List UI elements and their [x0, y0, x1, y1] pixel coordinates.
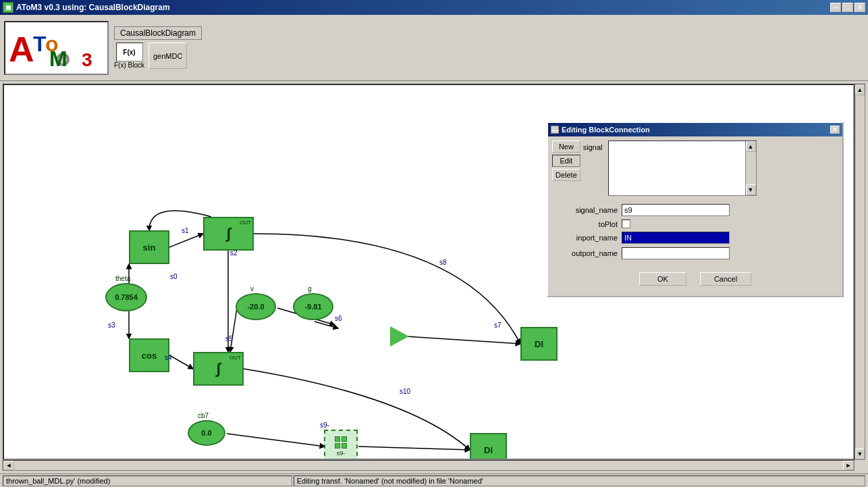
- maximize-button[interactable]: □: [842, 3, 853, 12]
- cb7-value: 0.0: [201, 429, 211, 437]
- signal-label-col: signal: [583, 140, 605, 196]
- cb7-node-wrapper: cb7 0.0: [188, 420, 225, 446]
- DI1-block[interactable]: DI: [520, 327, 558, 361]
- outport-name-input[interactable]: [622, 247, 730, 259]
- editing-dialog: — Editing BlockConnection ✕ New Edit Del…: [547, 122, 844, 297]
- signal-s3: s3: [108, 322, 115, 329]
- signal-s9: s9-: [320, 421, 329, 429]
- svg-line-15: [227, 434, 325, 446]
- inport-name-row: inport_name: [553, 232, 837, 244]
- list-scroll-track: [746, 152, 756, 184]
- svg-text:A: A: [9, 30, 34, 69]
- DI1-label: DI: [535, 339, 543, 349]
- v-circle[interactable]: -20.0: [236, 293, 276, 320]
- genMDC-button[interactable]: genMDC: [148, 43, 187, 69]
- signal-list[interactable]: [609, 141, 745, 195]
- outport-name-row: outport_name: [553, 247, 837, 259]
- dialog-min-label: —: [551, 126, 559, 134]
- cb7-label: cb7: [198, 412, 209, 419]
- sin-block[interactable]: sin: [129, 230, 169, 264]
- signal-s8: s8: [439, 259, 447, 266]
- signal-s10: s10: [400, 388, 410, 395]
- theta-label: theta: [115, 275, 130, 282]
- svg-text:M: M: [49, 47, 67, 71]
- status-left: thrown_ball_MDL.py' (modified): [3, 476, 292, 486]
- list-scroll-down[interactable]: ▼: [746, 184, 756, 195]
- DI2-block[interactable]: DI: [470, 433, 507, 460]
- hscrollbar[interactable]: ◄ ►: [3, 460, 855, 471]
- int2-out-label: OUT: [229, 355, 241, 361]
- app-icon: ▣: [3, 2, 13, 13]
- signal-s2: s2: [230, 249, 238, 257]
- integrator2-block[interactable]: ∫ OUT: [193, 352, 244, 386]
- signal-name-row: signal_name: [553, 204, 837, 216]
- list-scroll-up[interactable]: ▲: [746, 141, 756, 152]
- integrator2-symbol: ∫: [216, 360, 220, 378]
- signal-s4: s4: [165, 354, 172, 361]
- window-controls: — □ ✕: [830, 3, 865, 12]
- toplot-checkbox[interactable]: [622, 220, 630, 228]
- theta-node-wrapper: theta 0.7854: [105, 283, 147, 311]
- cb7-circle[interactable]: 0.0: [188, 420, 225, 446]
- minimize-button[interactable]: —: [830, 3, 841, 12]
- integrator1-symbol: ∫: [226, 225, 230, 242]
- hscroll-left[interactable]: ◄: [3, 461, 14, 470]
- g-label: g: [308, 285, 312, 292]
- dialog-minimize-btn[interactable]: —: [551, 126, 559, 134]
- outport-name-label: outport_name: [553, 249, 618, 257]
- signal-s0: s0: [170, 273, 178, 280]
- v-label: v: [250, 285, 254, 292]
- status-left-text: thrown_ball_MDL.py' (modified): [6, 477, 110, 485]
- signal-s1: s1: [182, 227, 189, 234]
- toplot-label: toPlot: [553, 220, 618, 228]
- new-button[interactable]: New: [552, 140, 580, 153]
- inport-name-input[interactable]: [622, 232, 730, 244]
- toplot-row: toPlot: [553, 220, 837, 228]
- dialog-fields: signal_name toPlot inport_name outport_n…: [548, 200, 842, 267]
- theta-circle[interactable]: 0.7854: [105, 283, 147, 311]
- theta-value: 0.7854: [115, 293, 138, 301]
- svg-line-16: [358, 446, 470, 450]
- triangle-block[interactable]: [390, 326, 409, 347]
- ok-button[interactable]: OK: [639, 272, 686, 286]
- g-circle[interactable]: -9.81: [293, 293, 333, 320]
- cos-label: cos: [142, 351, 157, 361]
- signal-s7: s7: [494, 322, 501, 329]
- close-button[interactable]: ✕: [855, 3, 865, 12]
- edit-button[interactable]: Edit: [552, 155, 580, 167]
- vscroll-down[interactable]: ▼: [855, 448, 865, 459]
- causal-block-label: CausalBlockDiagram: [114, 26, 202, 40]
- cos-block[interactable]: cos: [129, 338, 169, 372]
- dashed-block[interactable]: s9-: [324, 430, 358, 460]
- hscroll-right[interactable]: ►: [843, 461, 854, 470]
- svg-line-13: [315, 322, 338, 328]
- dialog-title: Editing BlockConnection: [562, 126, 650, 134]
- status-bar: thrown_ball_MDL.py' (modified) Editing t…: [0, 473, 868, 487]
- title-bar: ▣ AToM3 v0.3 using: CausalBlockDiagram —…: [0, 0, 868, 15]
- g-node-wrapper: g -9.81: [293, 293, 333, 320]
- signal-name-label: signal_name: [553, 206, 618, 214]
- vscroll-track: [855, 95, 865, 448]
- status-right-text: Editing transf. 'Nonamed' (not modified)…: [297, 477, 483, 485]
- triangle-wrapper: [390, 326, 409, 347]
- svg-line-14: [406, 336, 520, 344]
- toolbar-area: A T o M 3 CausalBlockDiagram F(x) F(x) B…: [0, 15, 868, 81]
- status-right: Editing transf. 'Nonamed' (not modified)…: [294, 476, 865, 486]
- vscroll-up[interactable]: ▲: [855, 84, 865, 95]
- delete-button[interactable]: Delete: [552, 169, 580, 181]
- list-scrollbar[interactable]: ▲ ▼: [745, 141, 756, 195]
- block-label: F(x) Block: [114, 61, 144, 69]
- block-icon: F(x): [116, 43, 143, 61]
- dialog-footer: OK Cancel: [548, 267, 842, 291]
- hscroll-track: [14, 461, 843, 470]
- cancel-button[interactable]: Cancel: [700, 272, 751, 286]
- integrator1-block[interactable]: ∫ OUT: [203, 217, 254, 251]
- vscrollbar[interactable]: ▲ ▼: [855, 84, 865, 460]
- svg-line-11: [169, 355, 193, 369]
- block-button[interactable]: F(x) F(x) Block: [114, 43, 144, 69]
- sin-label: sin: [143, 242, 156, 253]
- dialog-close-button[interactable]: ✕: [830, 126, 840, 134]
- toolbar-col: CausalBlockDiagram F(x) F(x) Block genMD…: [114, 26, 202, 69]
- signal-label: signal: [583, 143, 605, 151]
- signal-name-input[interactable]: [622, 204, 730, 216]
